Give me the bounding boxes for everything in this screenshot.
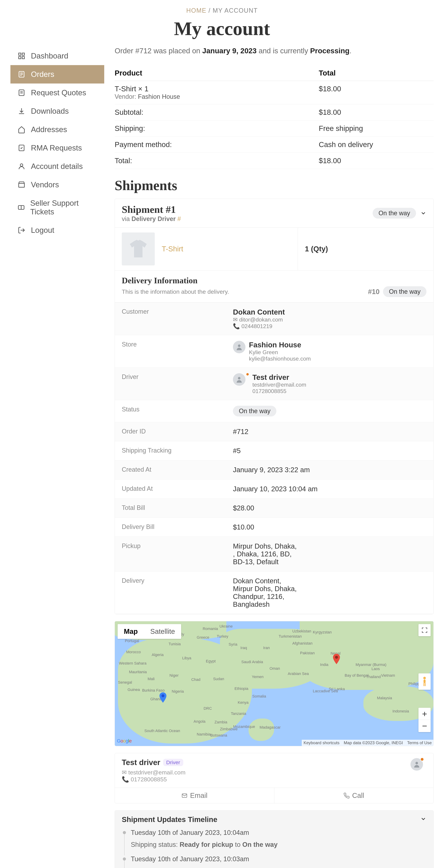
info-label: Delivery (115, 571, 226, 614)
sidebar-item-label: Request Quotes (31, 88, 86, 97)
shipment-card: Shipment #1 via Delivery Driver # On the… (115, 198, 434, 614)
driver-email: ✉ testdriver@email.com (122, 769, 185, 776)
total-value: Cash on delivery (319, 136, 434, 153)
map-label: Senegal (118, 680, 132, 685)
map-type-toggle[interactable]: Map Satellite (118, 624, 181, 639)
info-value: January 10, 2023 10:04 am (226, 479, 434, 498)
zoom-out-button[interactable]: − (418, 720, 431, 732)
total-value: Free shipping (319, 121, 434, 136)
shipment-timeline: Shipment Updates Timeline Tuesday 10th o… (115, 810, 434, 868)
svg-rect-1 (22, 53, 25, 55)
sidebar-item-orders[interactable]: Orders (10, 65, 104, 84)
table-row: Payment method:Cash on delivery (115, 136, 434, 153)
sidebar-item-account-details[interactable]: Account details (10, 157, 104, 176)
info-label: Updated At (115, 479, 226, 498)
driver-phone: 📞 01728008855 (122, 776, 185, 783)
info-value: Mirpur Dohs, Dhaka, , Dhaka, 1216, BD, B… (226, 537, 434, 571)
timeline-time: Tuesday 10th of January 2023, 10:04am (131, 829, 426, 836)
total-label: Total: (115, 153, 319, 169)
chevron-down-icon[interactable] (420, 815, 426, 824)
map-btn-map[interactable]: Map (118, 624, 144, 639)
product-vendor: Vendor: Fashion House (115, 93, 319, 100)
sidebar-item-logout[interactable]: Logout (10, 221, 104, 239)
sidebar-item-downloads[interactable]: Downloads (10, 102, 104, 120)
info-label: Delivery Bill (115, 518, 226, 536)
timeline-body: Shipping status: Processing to Ready for… (131, 866, 426, 868)
svg-point-18 (238, 377, 241, 379)
map-label: Turkey (217, 634, 228, 639)
col-total: Total (319, 65, 434, 81)
svg-point-21 (423, 677, 426, 679)
map-label: Mauritania (129, 670, 147, 674)
info-value: #5 (226, 441, 434, 460)
timeline-item: Tuesday 10th of January 2023, 10:04amShi… (122, 829, 426, 848)
call-button[interactable]: Call (274, 788, 434, 803)
info-label: Store (115, 335, 226, 368)
sidebar-item-addresses[interactable]: Addresses (10, 120, 104, 139)
info-value: #712 (226, 422, 434, 441)
svg-rect-3 (22, 57, 25, 59)
map-label: Mozambique (233, 724, 255, 729)
info-value: Test drivertestdriver@email.com017280088… (226, 368, 434, 400)
map-label: Romania (203, 626, 218, 631)
table-row: Total:$18.00 (115, 153, 434, 169)
map-label: Burkina Faso (142, 688, 165, 693)
info-row: Updated AtJanuary 10, 2023 10:04 am (115, 479, 434, 499)
info-label: Shipping Tracking (115, 441, 226, 460)
map-marker-blue (159, 692, 167, 699)
info-value: Dokan Content✉ ditor@dokan.com📞 02448012… (226, 302, 434, 335)
info-label: Status (115, 400, 226, 422)
info-label: Customer (115, 302, 226, 335)
product-total: $18.00 (319, 81, 434, 104)
map-label: Syria (229, 642, 237, 647)
info-label: Pickup (115, 537, 226, 571)
svg-point-19 (335, 656, 338, 659)
sidebar-item-dashboard[interactable]: Dashboard (10, 47, 104, 65)
order-table: Product Total T-Shirt × 1Vendor: Fashion… (115, 65, 434, 169)
map-label: Egypt (206, 659, 215, 663)
map-label: Malaysia (377, 696, 392, 700)
product-thumbnail (122, 232, 155, 266)
pegman-icon[interactable] (418, 673, 431, 690)
sidebar-item-label: Addresses (31, 125, 67, 134)
sidebar-item-request-quotes[interactable]: Request Quotes (10, 84, 104, 102)
map-marker-red (333, 654, 340, 661)
zoom-in-button[interactable]: + (418, 708, 431, 720)
product-qty: 1 (Qty) (298, 227, 434, 270)
delivery-number: #10 (368, 288, 380, 296)
info-label: Driver (115, 368, 226, 400)
product-link[interactable]: T-Shirt (162, 245, 183, 253)
map-label: Zambia (214, 720, 227, 724)
info-value: January 9, 2023 3:22 am (226, 460, 434, 479)
shipment-title: Shipment #1 (122, 204, 181, 215)
avatar (233, 341, 245, 353)
delivery-info-heading: Delivery Information (122, 276, 426, 285)
sidebar-item-vendors[interactable]: Vendors (10, 176, 104, 194)
map-btn-satellite[interactable]: Satellite (144, 624, 181, 639)
sidebar-item-rma-requests[interactable]: RMA Requests (10, 139, 104, 157)
svg-rect-13 (19, 184, 25, 187)
info-value: Dokan Content, Mirpur Dohs, Dhaka, Chand… (226, 571, 434, 614)
sidebar-item-label: Seller Support Tickets (30, 199, 97, 216)
map-label: Sudan (213, 677, 224, 681)
breadcrumb-home[interactable]: Home (186, 7, 206, 14)
map-label: Iran (263, 646, 270, 650)
map-label: Indonesia (392, 709, 409, 713)
fullscreen-icon[interactable] (418, 624, 431, 636)
chevron-down-icon[interactable] (420, 208, 426, 218)
sidebar-item-seller-support-tickets[interactable]: Seller Support Tickets (10, 194, 104, 221)
map-label: Kenya (238, 700, 248, 705)
table-row: Shipping:Free shipping (115, 121, 434, 136)
email-button[interactable]: Email (115, 788, 274, 803)
map-label: Libya (182, 656, 191, 660)
map-label: Vietnam (381, 673, 395, 678)
map-label: DRC (204, 706, 212, 711)
info-row: StoreFashion HouseKylie Greenkylie@fashi… (115, 335, 434, 368)
delivery-map[interactable]: PortugalMoroccoWestern SaharaMauritaniaM… (115, 621, 434, 746)
delivery-status-pill: On the way (383, 286, 426, 297)
map-label: Uzbekistan (292, 629, 311, 633)
table-row: Subtotal:$18.00 (115, 104, 434, 121)
shipment-via: via Delivery Driver # (122, 215, 181, 222)
map-label: Western Sahara (119, 661, 147, 665)
info-row: Total Bill$28.00 (115, 499, 434, 518)
